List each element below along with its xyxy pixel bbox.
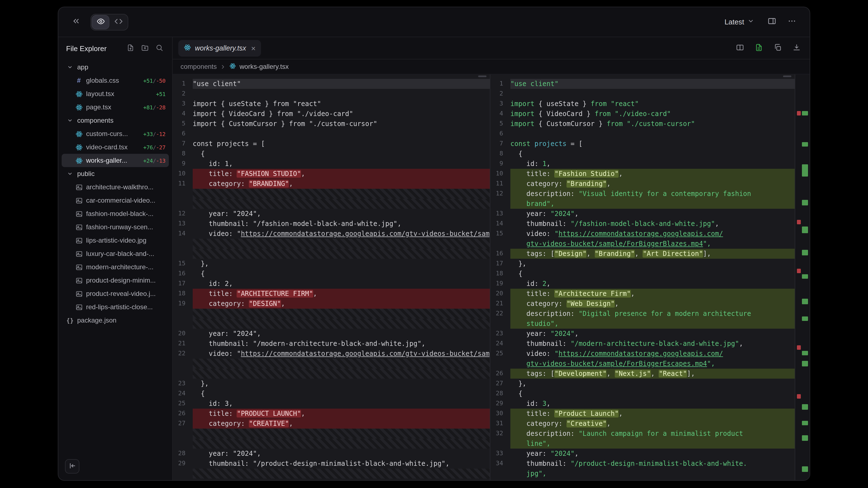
diff-gap-row	[173, 359, 490, 369]
line-number: 19	[490, 279, 510, 289]
panel-layout-button[interactable]	[764, 14, 780, 30]
collapse-panel-button[interactable]	[68, 14, 84, 30]
download-button[interactable]	[788, 40, 804, 56]
code-line: description: "Visual identity for a cont…	[510, 189, 795, 199]
breadcrumb-file[interactable]: works-gallery.tsx	[240, 63, 289, 70]
react-icon	[75, 157, 83, 164]
code-line: category: "CREATIVE",	[193, 419, 490, 429]
code-line: {	[510, 269, 795, 279]
tree-item-label: fashion-runway-scen...	[86, 223, 165, 231]
file-diff-button[interactable]	[751, 40, 766, 56]
split-view-button[interactable]	[732, 40, 747, 56]
file-lips-artistic-video.jpg[interactable]: lips-artistic-video.jpg	[62, 234, 169, 247]
file-fashion-model-black-[interactable]: fashion-model-black-...	[62, 207, 169, 220]
file-layout.tsx[interactable]: layout.tsx+51	[62, 87, 169, 100]
file-fashion-runway-scen[interactable]: fashion-runway-scen...	[62, 220, 169, 234]
file-car-commercial-video[interactable]: car-commercial-video...	[62, 194, 169, 207]
collapse-sidebar-button[interactable]	[65, 459, 80, 474]
file-luxury-car-black-and-[interactable]: luxury-car-black-and-...	[62, 247, 169, 260]
diff-original-pane[interactable]: 1"use client"23import { useState } from …	[173, 74, 490, 480]
code-row: 7const projects = [	[173, 139, 490, 149]
toolbar-left-group	[68, 13, 128, 30]
minimap[interactable]	[795, 74, 810, 480]
close-icon[interactable]: ×	[251, 44, 255, 52]
copy-button[interactable]	[770, 40, 785, 56]
file-video-card.tsx[interactable]: video-card.tsx+76/-27	[62, 140, 169, 154]
scrollbar-thumb[interactable]	[478, 75, 487, 77]
line-number	[173, 359, 193, 369]
code-row: 27 category: "CREATIVE",	[173, 419, 490, 429]
folder-public[interactable]: public	[62, 167, 169, 181]
line-number: 29	[173, 459, 193, 468]
file-red-lips-artistic-close[interactable]: red-lips-artistic-close...	[62, 300, 169, 314]
ellipsis-icon	[787, 17, 796, 27]
file-explorer-sidebar: File Explorer	[58, 37, 173, 480]
scrollbar-thumb[interactable]	[783, 75, 792, 77]
line-number: 25	[490, 349, 510, 359]
code-row: 1"use client"	[173, 79, 490, 89]
tab-actions	[732, 40, 804, 56]
code-row: 22 description: "Digital presence for a …	[490, 309, 795, 319]
diff-stats: +24/-13	[143, 157, 165, 163]
file-product-design-minim[interactable]: product-design-minim...	[62, 274, 169, 287]
version-dropdown[interactable]: Latest	[724, 18, 754, 26]
image-icon	[75, 277, 83, 284]
code-row: 12 description: "Visual identity for a c…	[490, 189, 795, 199]
file-architecture-walkthro[interactable]: architecture-walkthro...	[62, 181, 169, 194]
code-line: import { useState } from "react"	[510, 99, 795, 109]
file-page.tsx[interactable]: page.tsx+81/-28	[62, 100, 169, 114]
file-modern-architecture-[interactable]: modern-architecture-...	[62, 260, 169, 274]
breadcrumb-folder[interactable]: components	[181, 63, 217, 70]
code-row: 27 },	[490, 379, 795, 389]
folder-components[interactable]: components	[62, 114, 169, 127]
code-row: 18 {	[490, 269, 795, 279]
line-number: 7	[173, 139, 193, 149]
code-line: "use client"	[193, 79, 490, 89]
line-number: 13	[173, 219, 193, 229]
tab-label: works-gallery.tsx	[195, 44, 246, 52]
diff-gap-row	[173, 319, 490, 329]
code-row: 17 id: 2,	[173, 279, 490, 289]
code-line: import { VideoCard } from "./video-card"	[510, 109, 795, 119]
file-explorer-title: File Explorer	[66, 44, 106, 53]
code-line: tags: ["Design", "Branding", "Art Direct…	[510, 249, 795, 259]
preview-mode-button[interactable]	[92, 15, 109, 29]
code-line: year: "2024",	[193, 449, 490, 459]
code-line: video: "https://commondatastorage.google…	[193, 349, 490, 359]
code-row: 23 },	[173, 379, 490, 389]
search-button[interactable]	[153, 42, 165, 55]
code-line: id: 3,	[510, 399, 795, 409]
line-number: 34	[490, 459, 510, 468]
minimap-add-mark	[802, 142, 808, 147]
line-number: 25	[173, 399, 193, 409]
more-options-button[interactable]	[784, 14, 800, 30]
file-package.json[interactable]: {}package.json	[62, 314, 169, 327]
code-line	[193, 319, 490, 329]
file-explorer-actions	[124, 42, 165, 55]
file-globals.css[interactable]: #globals.css+51/-50	[62, 74, 169, 87]
new-folder-button[interactable]	[139, 42, 151, 55]
code-line: import { useState } from "react"	[193, 99, 490, 109]
folder-app[interactable]: app	[62, 61, 169, 74]
code-line: category: "BRANDING",	[193, 179, 490, 189]
file-works-galler[interactable]: works-galler...+24/-13	[62, 154, 169, 167]
eye-icon	[96, 17, 105, 27]
chevron-down-icon	[66, 118, 74, 123]
breadcrumb: components works-gallery.tsx	[173, 59, 810, 74]
file-custom-curs[interactable]: custom-curs...+33/-12	[62, 127, 169, 140]
line-number: 6	[173, 129, 193, 139]
code-mode-button[interactable]	[110, 15, 127, 29]
code-row: 5import { CustomCursor } from "./custom-…	[490, 119, 795, 129]
tree-item-label: globals.css	[86, 76, 140, 85]
diff-gap-row	[173, 199, 490, 209]
diff-gap-row	[173, 468, 490, 479]
diff-gap-row	[173, 429, 490, 438]
file-product-reveal-video.j[interactable]: product-reveal-video.j...	[62, 287, 169, 300]
code-line: category: "DESIGN",	[193, 299, 490, 309]
diff-modified-pane[interactable]: 1"use client"23import { useState } from …	[490, 74, 795, 480]
tab-works-gallery[interactable]: works-gallery.tsx ×	[178, 40, 261, 56]
new-file-button[interactable]	[124, 42, 136, 55]
code-line: year: "2024",	[193, 209, 490, 219]
code-row: 8 {	[490, 149, 795, 159]
code-row: 6	[490, 129, 795, 139]
